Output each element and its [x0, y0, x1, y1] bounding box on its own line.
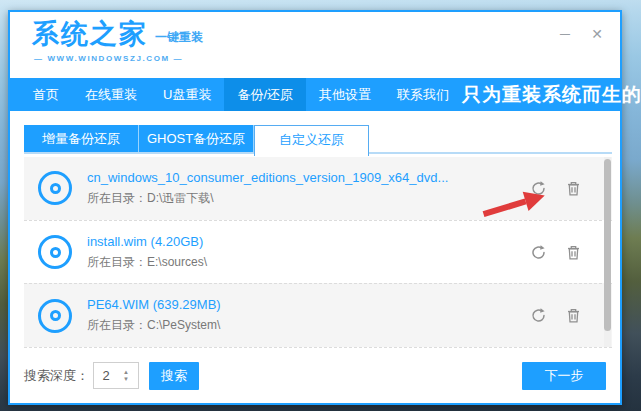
app-title: 系统之家 — [32, 19, 148, 49]
tab-bar: 增量备份还原 GHOST备份还原 自定义还原 — [10, 111, 620, 157]
footer-bar: 搜索深度： ▲ ▼ 搜索 下一步 — [10, 348, 620, 403]
file-title-link[interactable]: install.wim (4.20GB) — [87, 234, 207, 249]
nav-item-online-reinstall[interactable]: 在线重装 — [72, 78, 150, 111]
nav-item-usb-reinstall[interactable]: U盘重装 — [150, 78, 224, 111]
app-window: 系统之家 一键重装 — WWW.WINDOWSZJ.COM — ─ ✕ 首页 在… — [8, 10, 622, 405]
list-item: install.wim (4.20GB) 所在目录：E:\sources\ — [24, 220, 612, 284]
file-directory: 所在目录：C:\PeSystem\ — [87, 317, 221, 334]
disc-icon — [38, 171, 72, 205]
app-tagline: 一键重装 — [155, 29, 203, 46]
nav-item-home[interactable]: 首页 — [20, 78, 72, 111]
nav-slogan: 只为重装系统而生的工具 — [462, 78, 641, 111]
scrollbar-thumb[interactable] — [604, 159, 611, 331]
file-directory: 所在目录：E:\sources\ — [87, 254, 207, 271]
image-file-list: cn_windows_10_consumer_editions_version_… — [24, 157, 612, 348]
search-depth-input[interactable] — [94, 368, 118, 383]
search-depth-stepper[interactable]: ▲ ▼ — [93, 362, 139, 389]
list-item: cn_windows_10_consumer_editions_version_… — [24, 157, 612, 220]
disc-icon — [38, 299, 72, 333]
trash-icon[interactable] — [565, 180, 582, 197]
tab-incremental-backup-restore[interactable]: 增量备份还原 — [24, 125, 139, 152]
trash-icon[interactable] — [565, 244, 582, 261]
refresh-icon[interactable] — [530, 307, 547, 324]
stepper-down-icon[interactable]: ▼ — [123, 376, 129, 382]
file-title-link[interactable]: cn_windows_10_consumer_editions_version_… — [87, 170, 448, 185]
minimize-icon[interactable]: ─ — [556, 25, 574, 43]
nav-item-other-settings[interactable]: 其他设置 — [306, 78, 384, 111]
stepper-up-icon[interactable]: ▲ — [123, 369, 129, 375]
close-icon[interactable]: ✕ — [588, 25, 606, 43]
nav-item-backup-restore[interactable]: 备份/还原 — [224, 78, 306, 111]
next-step-button[interactable]: 下一步 — [522, 362, 606, 390]
trash-icon[interactable] — [565, 307, 582, 324]
refresh-icon[interactable] — [530, 180, 547, 197]
nav-item-contact-us[interactable]: 联系我们 — [384, 78, 462, 111]
file-title-link[interactable]: PE64.WIM (639.29MB) — [87, 297, 221, 312]
app-logo: 系统之家 一键重装 — WWW.WINDOWSZJ.COM — — [32, 19, 203, 63]
search-button[interactable]: 搜索 — [149, 362, 199, 390]
desktop-wallpaper: 系统之家 一键重装 — WWW.WINDOWSZJ.COM — ─ ✕ 首页 在… — [0, 0, 641, 411]
title-bar: 系统之家 一键重装 — WWW.WINDOWSZJ.COM — ─ ✕ — [10, 12, 620, 78]
refresh-icon[interactable] — [530, 244, 547, 261]
list-item: PE64.WIM (639.29MB) 所在目录：C:\PeSystem\ — [24, 283, 612, 347]
tab-ghost-backup-restore[interactable]: GHOST备份还原 — [139, 125, 254, 152]
app-website: — WWW.WINDOWSZJ.COM — — [34, 54, 203, 63]
file-directory: 所在目录：D:\迅雷下载\ — [87, 190, 448, 207]
list-scrollbar[interactable] — [604, 157, 611, 347]
disc-icon — [38, 235, 72, 269]
search-depth-label: 搜索深度： — [24, 367, 89, 385]
main-nav: 首页 在线重装 U盘重装 备份/还原 其他设置 联系我们 只为重装系统而生的工具 — [10, 78, 620, 111]
tab-custom-restore[interactable]: 自定义还原 — [254, 125, 369, 156]
